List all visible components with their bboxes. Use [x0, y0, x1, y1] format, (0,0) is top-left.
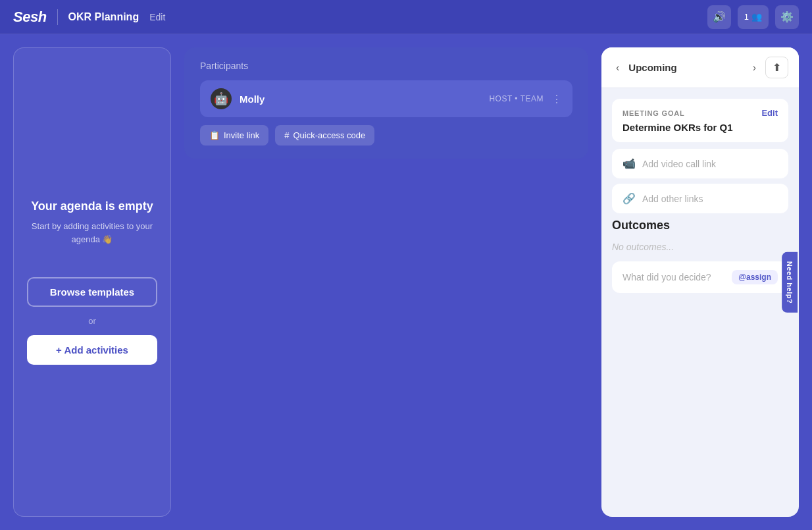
add-other-links-label: Add other links — [642, 194, 703, 204]
participants-section: Participants 🤖 Molly HOST • TEAM ⋮ 📋 Inv… — [184, 47, 588, 159]
share-button[interactable]: ⬆ — [765, 57, 788, 78]
participant-role: HOST • TEAM — [489, 94, 544, 103]
agenda-empty-subtitle: Start by adding activities to your agend… — [27, 220, 157, 246]
participant-menu-icon[interactable]: ⋮ — [551, 93, 562, 105]
audio-button[interactable]: 🔊 — [707, 5, 731, 29]
no-outcomes-text: No outcomes... — [612, 242, 788, 252]
link-icon: 🔗 — [622, 192, 636, 205]
app-logo: Sesh — [13, 9, 47, 26]
quick-access-button[interactable]: # Quick-access code — [275, 125, 374, 146]
app-header: Sesh OKR Planning Edit 🔊 1 👥 ⚙️ — [0, 0, 812, 34]
participant-avatar: 🤖 — [211, 88, 232, 109]
page-title: OKR Planning — [68, 11, 140, 23]
outcomes-section: Outcomes No outcomes... What did you dec… — [612, 219, 788, 293]
right-panel-body: MEETING GOAL Edit Determine OKRs for Q1 … — [601, 88, 799, 517]
browse-templates-button[interactable]: Browse templates — [27, 277, 157, 307]
edit-link[interactable]: Edit — [149, 12, 165, 22]
hash-icon: # — [284, 130, 289, 140]
participants-label: Participants — [200, 61, 572, 71]
header-actions: 🔊 1 👥 ⚙️ — [707, 5, 799, 29]
main-content: Your agenda is empty Start by adding act… — [0, 34, 812, 530]
need-help-tab[interactable]: Need help? — [782, 252, 798, 312]
right-panel-header: ‹ Upcoming › ⬆ — [601, 47, 799, 88]
outcome-placeholder: What did you decide? — [622, 272, 711, 282]
meeting-goal-label: MEETING GOAL — [622, 109, 685, 117]
add-video-call-label: Add video call link — [642, 159, 716, 169]
meeting-goal-edit-button[interactable]: Edit — [761, 108, 778, 118]
meeting-goal-section: MEETING GOAL Edit Determine OKRs for Q1 — [612, 99, 788, 142]
outcomes-label: Outcomes — [612, 219, 788, 232]
right-panel: ‹ Upcoming › ⬆ MEETING GOAL Edit Determi… — [601, 47, 799, 517]
quick-access-label: Quick-access code — [293, 130, 365, 140]
settings-button[interactable]: ⚙️ — [775, 5, 799, 29]
participant-name: Molly — [240, 93, 481, 105]
add-activities-button[interactable]: + Add activities — [27, 335, 157, 365]
participants-icon: 👥 — [751, 12, 762, 22]
add-video-call-link[interactable]: 📹 Add video call link — [612, 149, 788, 178]
or-divider: or — [88, 316, 96, 326]
center-panel: Participants 🤖 Molly HOST • TEAM ⋮ 📋 Inv… — [184, 47, 588, 517]
agenda-empty-title: Your agenda is empty — [31, 199, 153, 213]
nav-prev-button[interactable]: ‹ — [612, 59, 623, 76]
meeting-goal-header: MEETING GOAL Edit — [622, 108, 778, 118]
video-icon: 📹 — [622, 157, 636, 170]
invite-row: 📋 Invite link # Quick-access code — [200, 125, 572, 146]
header-divider — [57, 9, 58, 25]
agenda-panel: Your agenda is empty Start by adding act… — [13, 47, 171, 517]
nav-next-button[interactable]: › — [749, 59, 760, 76]
invite-link-label: Invite link — [224, 130, 259, 140]
participants-button[interactable]: 1 👥 — [738, 5, 769, 29]
participant-row: 🤖 Molly HOST • TEAM ⋮ — [200, 80, 572, 117]
add-other-links[interactable]: 🔗 Add other links — [612, 184, 788, 213]
meeting-goal-value: Determine OKRs for Q1 — [622, 122, 778, 133]
invite-link-icon: 📋 — [209, 130, 220, 140]
participants-count: 1 — [744, 12, 749, 22]
share-icon: ⬆ — [773, 62, 781, 73]
assign-badge[interactable]: @assign — [732, 270, 778, 284]
outcome-input-row[interactable]: What did you decide? @assign — [612, 261, 788, 293]
upcoming-label: Upcoming — [628, 62, 743, 73]
invite-link-button[interactable]: 📋 Invite link — [200, 125, 268, 146]
